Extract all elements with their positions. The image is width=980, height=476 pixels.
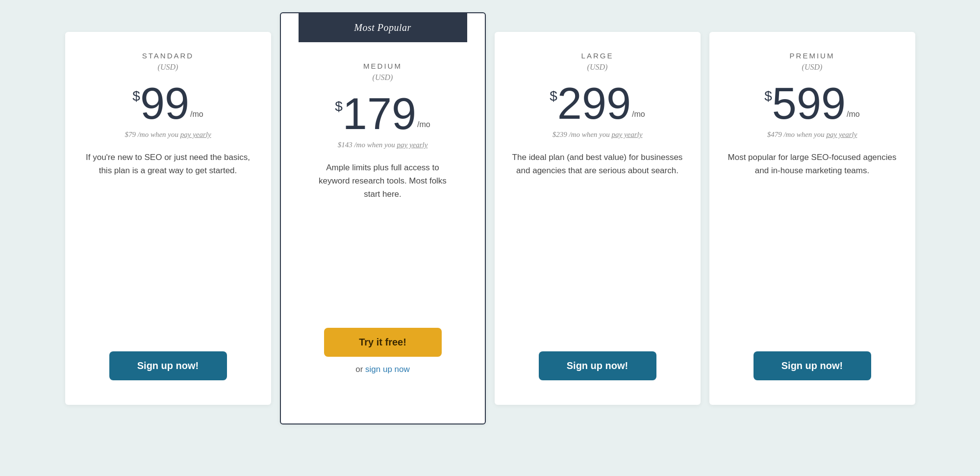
pay-yearly-link-standard[interactable]: pay yearly (180, 131, 211, 138)
per-month-large: /mo (632, 110, 645, 119)
price-amount-large: 299 (557, 81, 631, 126)
most-popular-banner: Most Popular (299, 13, 467, 42)
price-amount-premium: 599 (772, 81, 846, 126)
pricing-cards: STANDARD (USD) $ 99 /mo $79 /mo when you… (49, 32, 931, 444)
try-free-button-medium[interactable]: Try it free! (324, 328, 442, 357)
plan-description-standard: If you're new to SEO or just need the ba… (83, 151, 253, 197)
dollar-sign-premium: $ (764, 88, 772, 104)
plan-name-premium: PREMIUM (790, 52, 835, 60)
dollar-sign-medium: $ (335, 99, 343, 114)
pay-yearly-link-medium[interactable]: pay yearly (397, 141, 427, 149)
signup-button-premium[interactable]: Sign up now! (754, 351, 871, 380)
plan-currency-medium: (USD) (373, 73, 393, 82)
plan-description-premium: Most popular for large SEO-focused agenc… (727, 151, 898, 197)
price-wrapper-medium: $ 179 /mo (335, 92, 430, 136)
signup-button-standard[interactable]: Sign up now! (109, 351, 227, 380)
per-month-premium: /mo (847, 110, 860, 119)
dollar-sign-standard: $ (132, 88, 140, 104)
price-wrapper-standard: $ 99 /mo (132, 81, 203, 126)
price-amount-medium: 179 (343, 92, 416, 136)
plan-card-medium: Most Popular MEDIUM (USD) $ 179 /mo $143… (280, 12, 486, 424)
per-month-medium: /mo (417, 120, 430, 129)
yearly-price-standard: $79 /mo when you pay yearly (125, 131, 211, 139)
yearly-price-medium: $143 /mo when you pay yearly (338, 141, 428, 149)
plan-card-premium: PREMIUM (USD) $ 599 /mo $479 /mo when yo… (709, 32, 915, 405)
plan-name-large: LARGE (581, 52, 614, 60)
or-signup-medium: or sign up now (355, 365, 410, 374)
plan-currency-standard: (USD) (158, 63, 178, 72)
plan-card-standard: STANDARD (USD) $ 99 /mo $79 /mo when you… (65, 32, 271, 405)
yearly-price-large: $239 /mo when you pay yearly (553, 131, 643, 139)
plan-card-large: LARGE (USD) $ 299 /mo $239 /mo when you … (495, 32, 701, 405)
price-wrapper-premium: $ 599 /mo (764, 81, 859, 126)
price-amount-standard: 99 (140, 81, 189, 126)
plan-name-medium: MEDIUM (363, 62, 402, 70)
yearly-price-premium: $479 /mo when you pay yearly (767, 131, 857, 139)
popular-inner: MEDIUM (USD) $ 179 /mo $143 /mo when you… (299, 42, 467, 399)
plan-currency-large: (USD) (587, 63, 608, 72)
pay-yearly-link-large[interactable]: pay yearly (611, 131, 642, 138)
price-wrapper-large: $ 299 /mo (550, 81, 645, 126)
sign-up-now-link-medium[interactable]: sign up now (365, 365, 410, 374)
signup-button-large[interactable]: Sign up now! (539, 351, 656, 380)
plan-description-medium: Ample limits plus full access to keyword… (316, 161, 450, 221)
pay-yearly-link-premium[interactable]: pay yearly (826, 131, 857, 138)
plan-name-standard: STANDARD (142, 52, 194, 60)
plan-description-large: The ideal plan (and best value) for busi… (512, 151, 683, 197)
dollar-sign-large: $ (550, 88, 557, 104)
plan-currency-premium: (USD) (802, 63, 823, 72)
per-month-standard: /mo (190, 110, 203, 119)
